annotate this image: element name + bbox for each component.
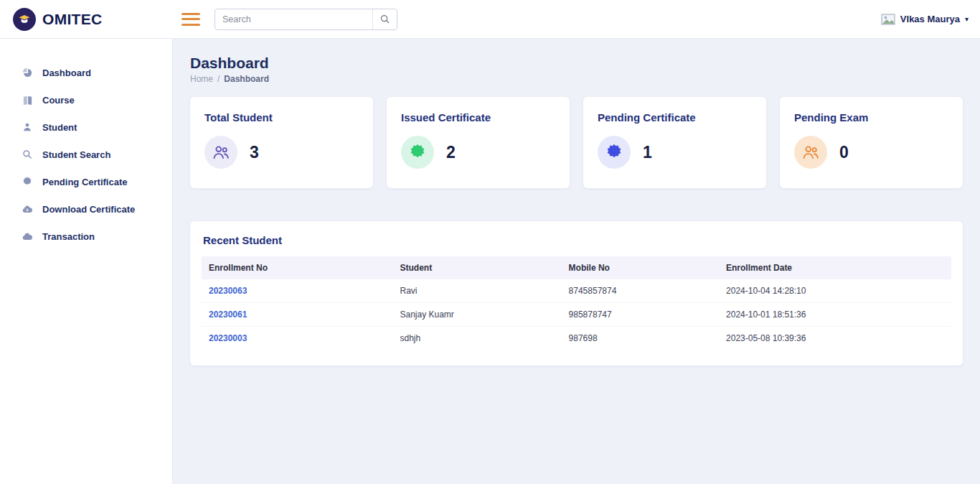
seal-icon (22, 176, 33, 187)
table-row: 20230063 Ravi 8745857874 2024-10-04 14:2… (202, 279, 951, 303)
recent-student-title: Recent Student (203, 234, 951, 246)
table-header-row: Enrollment No Student Mobile No Enrollme… (202, 256, 951, 279)
sidebar-item-label: Download Certificate (42, 204, 135, 215)
table-row: 20230003 sdhjh 987698 2023-05-08 10:39:3… (202, 327, 951, 350)
recent-student-card: Recent Student Enrollment No Student Mob… (190, 221, 963, 366)
sidebar-item-label: Student Search (42, 149, 110, 160)
sidebar-item-label: Student (42, 122, 77, 133)
stats-row: Total Student 3 Issued Certificate (190, 97, 963, 188)
stat-value: 1 (643, 143, 652, 162)
chevron-down-icon: ▾ (965, 15, 969, 23)
table-row: 20230061 Sanjay Kuamr 985878747 2024-10-… (202, 303, 951, 327)
sidebar-item-transaction[interactable]: Transaction (0, 223, 172, 250)
sidebar-item-dashboard[interactable]: Dashboard (0, 59, 172, 86)
seal-icon (598, 136, 631, 169)
dashboard-pie-icon (22, 67, 33, 78)
stat-card-pending-certificate: Pending Certificate 1 (583, 97, 766, 188)
brand[interactable]: OMITEC (0, 8, 173, 31)
sidebar-item-label: Course (42, 95, 75, 106)
avatar (881, 14, 895, 25)
column-header-mobile-no: Mobile No (562, 256, 719, 279)
sidebar-item-student-search[interactable]: Student Search (0, 141, 172, 168)
enrollment-date-cell: 2024-10-04 14:28:10 (719, 279, 951, 303)
stat-label: Pending Certificate (598, 111, 752, 124)
stat-value: 2 (446, 143, 456, 162)
mobile-no-cell: 8745857874 (562, 279, 719, 303)
seal-icon (401, 136, 434, 169)
page-title: Dashboard (190, 55, 963, 72)
stat-card-total-student: Total Student 3 (190, 97, 373, 188)
sidebar-item-download-certificate[interactable]: Download Certificate (0, 195, 172, 223)
cloud-download-icon (22, 203, 33, 215)
student-name-cell: Ravi (392, 279, 561, 303)
column-header-student: Student (392, 256, 561, 279)
recent-student-table: Enrollment No Student Mobile No Enrollme… (202, 256, 951, 350)
stat-value: 3 (250, 143, 259, 162)
people-icon (204, 136, 237, 169)
search-input[interactable] (215, 9, 372, 29)
user-menu[interactable]: VIkas Maurya ▾ (881, 14, 980, 25)
sidebar-item-label: Pending Certificate (42, 177, 127, 187)
student-name-cell: sdhjh (392, 327, 561, 350)
people-icon (794, 136, 827, 169)
person-icon (22, 121, 33, 133)
mobile-no-cell: 987698 (562, 327, 719, 350)
stat-card-issued-certificate: Issued Certificate 2 (387, 97, 570, 188)
sidebar: Dashboard Course Student (0, 39, 173, 484)
menu-toggle-icon[interactable] (182, 12, 200, 27)
stat-value: 0 (839, 143, 849, 162)
enrollment-link[interactable]: 20230061 (209, 310, 247, 320)
sidebar-item-pending-certificate[interactable]: Pending Certificate (0, 168, 172, 195)
brand-name: OMITEC (42, 11, 102, 28)
stat-label: Issued Certificate (401, 111, 555, 124)
cloud-icon (22, 231, 33, 242)
search-icon[interactable] (372, 9, 397, 29)
breadcrumb: Home / Dashboard (190, 74, 963, 84)
enrollment-date-cell: 2023-05-08 10:39:36 (719, 327, 951, 350)
search-box (215, 9, 397, 30)
student-name-cell: Sanjay Kuamr (392, 303, 561, 327)
sidebar-item-student[interactable]: Student (0, 113, 172, 141)
stat-label: Total Student (204, 111, 359, 124)
mobile-no-cell: 985878747 (562, 303, 719, 327)
brand-logo-icon (13, 8, 36, 31)
breadcrumb-separator: / (217, 74, 220, 84)
stat-card-pending-exam: Pending Exam 0 (780, 97, 963, 188)
sidebar-item-label: Transaction (42, 231, 95, 242)
breadcrumb-current: Dashboard (224, 74, 269, 84)
book-icon (22, 94, 33, 106)
stat-label: Pending Exam (794, 111, 948, 124)
sidebar-item-label: Dashboard (42, 68, 91, 78)
breadcrumb-home-link[interactable]: Home (190, 74, 213, 84)
user-name: VIkas Maurya (900, 14, 960, 24)
enrollment-link[interactable]: 20230003 (209, 333, 247, 343)
column-header-enrollment-date: Enrollment Date (719, 256, 951, 279)
enrollment-link[interactable]: 20230063 (209, 286, 247, 296)
topbar: OMITEC VIkas Maurya ▾ (0, 0, 980, 39)
column-header-enrollment-no: Enrollment No (202, 256, 392, 279)
enrollment-date-cell: 2024-10-01 18:51:36 (719, 303, 951, 327)
search-icon (22, 149, 33, 160)
sidebar-item-course[interactable]: Course (0, 86, 172, 113)
main-content: Dashboard Home / Dashboard Total Student… (173, 39, 980, 484)
